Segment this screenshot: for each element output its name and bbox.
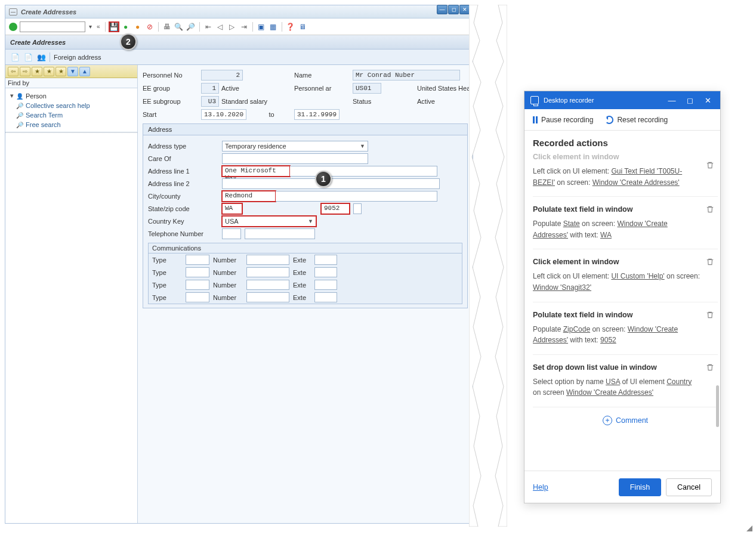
help-link[interactable]: Help: [533, 483, 548, 491]
zip-input[interactable]: 9052: [321, 203, 350, 214]
recorded-actions-list[interactable]: Click element in windowLeft click on UI …: [524, 153, 720, 471]
prev-page-icon[interactable]: ◁: [215, 22, 225, 32]
action-link[interactable]: Country: [666, 378, 692, 386]
maximize-icon[interactable]: ◻: [448, 5, 459, 14]
tree-collective[interactable]: Collective search help: [8, 101, 135, 110]
action-link[interactable]: 9052: [600, 336, 616, 344]
first-page-icon[interactable]: ⇤: [203, 22, 213, 32]
minimize-icon[interactable]: —: [437, 5, 448, 14]
phone-prefix-input[interactable]: [222, 228, 241, 239]
action-link[interactable]: WA: [600, 231, 612, 239]
person-icon[interactable]: 👥: [36, 52, 46, 62]
comm-type-input[interactable]: [186, 292, 209, 302]
nav-fwd-icon[interactable]: ⇨: [20, 67, 30, 76]
recorder-close-icon[interactable]: ✕: [701, 96, 714, 105]
comm-number-input[interactable]: [246, 280, 289, 290]
help-icon[interactable]: ❓: [286, 22, 295, 32]
ee-group-text: Active: [221, 85, 239, 92]
action-link[interactable]: State: [563, 219, 580, 228]
country-select[interactable]: USA▼: [222, 216, 316, 227]
tree-free-search[interactable]: Free search: [8, 120, 135, 129]
recorder-maximize-icon[interactable]: ◻: [683, 96, 696, 105]
print-icon[interactable]: 🖶: [162, 22, 172, 32]
settings-icon[interactable]: 🖥: [298, 22, 307, 32]
comm-type-input[interactable]: [186, 255, 209, 265]
foreign-address-label[interactable]: Foreign address: [54, 54, 101, 61]
next-page-icon[interactable]: ▷: [227, 22, 237, 32]
find-icon[interactable]: 🔍: [174, 22, 184, 32]
nav-star2-icon[interactable]: ★: [44, 67, 54, 76]
trash-icon[interactable]: [706, 258, 714, 266]
doc-icon[interactable]: 📄: [10, 52, 20, 62]
to-field[interactable]: 31.12.9999: [294, 109, 340, 120]
comm-ext-input[interactable]: [314, 280, 337, 290]
address-line1-input-hl[interactable]: One Microsoft Way: [222, 166, 290, 177]
address-line1-input-ext[interactable]: [290, 166, 437, 177]
county-input[interactable]: [276, 191, 437, 202]
action-link[interactable]: Window 'Snagit32': [533, 283, 591, 292]
nav-star3-icon[interactable]: ★: [55, 67, 66, 76]
tree-search-term[interactable]: Search Term: [8, 110, 135, 120]
comm-ext-input[interactable]: [314, 292, 337, 302]
new-session-icon[interactable]: ▣: [257, 22, 266, 32]
comm-type-input[interactable]: [186, 280, 209, 290]
comm-type-input[interactable]: [186, 267, 209, 277]
cancel-icon[interactable]: ⊘: [145, 22, 155, 32]
care-of-input[interactable]: [222, 153, 368, 164]
phone-number-input[interactable]: [245, 228, 315, 239]
action-link[interactable]: USA: [606, 378, 620, 386]
recorder-minimize-icon[interactable]: —: [665, 96, 678, 105]
trash-icon[interactable]: [706, 311, 714, 319]
cancel-button[interactable]: Cancel: [666, 478, 712, 496]
action-link[interactable]: Window 'Create Addresses': [593, 178, 680, 187]
save-icon[interactable]: 💾: [109, 22, 119, 32]
resize-handle-icon[interactable]: [746, 525, 752, 531]
zip-ext-input[interactable]: [353, 203, 362, 214]
finish-button[interactable]: Finish: [619, 478, 661, 496]
tree-person[interactable]: ▾Person: [8, 91, 135, 101]
state-input[interactable]: WA: [222, 203, 242, 214]
comm-type-label: Type: [152, 269, 182, 276]
nav-back-icon[interactable]: ⇦: [8, 67, 18, 76]
doc2-icon[interactable]: 📄: [23, 52, 33, 62]
nav-expand-icon[interactable]: ▼: [67, 67, 78, 76]
communications-title: Communications: [149, 243, 462, 253]
address-line2-label: Address line 2: [148, 180, 218, 187]
address-type-select[interactable]: Temporary residence▼: [222, 141, 368, 151]
enter-icon[interactable]: [9, 23, 17, 31]
menu-icon[interactable]: [9, 8, 17, 16]
comm-ext-input[interactable]: [314, 255, 337, 265]
city-input[interactable]: Redmond: [222, 191, 276, 202]
reset-recording-button[interactable]: Reset recording: [605, 116, 668, 124]
comm-number-input[interactable]: [246, 267, 289, 277]
add-comment-button[interactable]: + Comment: [533, 407, 718, 434]
recorder-scrollbar[interactable]: [716, 308, 719, 427]
trash-icon[interactable]: [706, 161, 714, 169]
recorded-action-card: Polulate text field in windowPopulate Zi…: [533, 302, 718, 355]
start-field[interactable]: 13.10.2020: [201, 109, 246, 120]
trash-icon[interactable]: [706, 363, 714, 372]
action-link[interactable]: UI Custom 'Help': [611, 272, 664, 280]
find-next-icon[interactable]: 🔎: [186, 22, 196, 32]
personnel-no-field[interactable]: 2: [201, 70, 243, 81]
comm-number-input[interactable]: [246, 255, 289, 265]
action-link[interactable]: ZipCode: [563, 325, 590, 333]
nav-star1-icon[interactable]: ★: [32, 67, 42, 76]
action-link[interactable]: Window 'Create Addresses': [566, 388, 653, 397]
city-label: City/county: [148, 193, 218, 200]
trash-icon[interactable]: [706, 205, 714, 214]
last-page-icon[interactable]: ⇥: [239, 22, 249, 32]
nav-collapse-icon[interactable]: ▲: [79, 67, 90, 76]
back-icon[interactable]: ●: [121, 22, 131, 32]
command-field[interactable]: [20, 21, 85, 32]
action-body: Populate ZipCode on screen: Window 'Crea…: [533, 324, 701, 346]
dropdown-icon[interactable]: ▾: [88, 23, 93, 30]
address-line1-label: Address line 1: [148, 168, 218, 175]
comm-ext-input[interactable]: [314, 267, 337, 277]
pause-recording-button[interactable]: Pause recording: [533, 116, 593, 124]
collapse-icon[interactable]: «: [95, 23, 101, 30]
sap-titlebar: Create Addresses — ◻ ✕: [5, 5, 473, 18]
comm-number-input[interactable]: [246, 292, 289, 302]
layout-icon[interactable]: ▦: [269, 22, 278, 32]
exit-icon[interactable]: ●: [133, 22, 143, 32]
